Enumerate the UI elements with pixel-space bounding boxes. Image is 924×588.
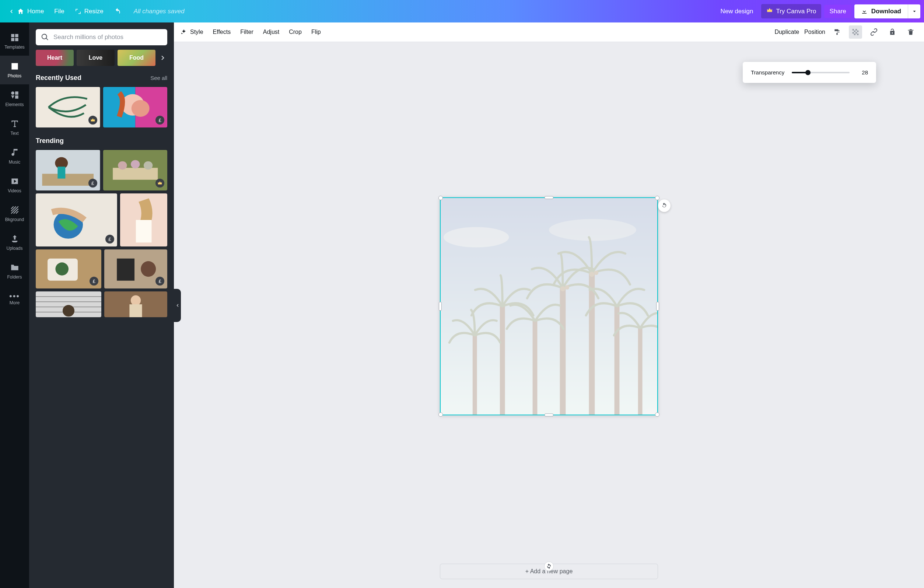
cb-paint-format[interactable] <box>830 25 844 39</box>
section-recent-title: Recently Used <box>36 74 81 82</box>
see-all-recent[interactable]: See all <box>150 75 167 81</box>
section-trending-title: Trending <box>36 137 64 145</box>
photo-thumb[interactable]: £ <box>104 249 167 289</box>
resize-button[interactable]: Resize <box>69 5 109 18</box>
rail-text[interactable]: Text <box>0 113 29 142</box>
file-menu[interactable]: File <box>49 5 69 18</box>
transparency-icon <box>852 28 859 36</box>
resize-handle-tr[interactable] <box>655 196 660 200</box>
resize-handle-r[interactable] <box>656 302 659 311</box>
svg-point-4 <box>131 100 149 117</box>
resize-handle-t[interactable] <box>544 196 553 199</box>
design-stage[interactable]: Transparency 28 <box>174 42 924 588</box>
cb-style[interactable]: Style <box>180 29 203 35</box>
rail-videos[interactable]: Videos <box>0 170 29 199</box>
thumb-image <box>36 193 117 246</box>
cb-effects[interactable]: Effects <box>213 29 231 35</box>
rail-more[interactable]: ••• More <box>0 286 29 314</box>
rotate-handle[interactable] <box>658 199 670 212</box>
resize-handle-bl[interactable] <box>439 412 443 417</box>
photo-search-input[interactable] <box>53 33 162 41</box>
cb-duplicate[interactable]: Duplicate <box>774 29 799 35</box>
share-button[interactable]: Share <box>824 5 851 18</box>
photo-thumb[interactable]: £ <box>36 193 117 246</box>
photo-thumb[interactable] <box>104 291 167 317</box>
download-menu-caret[interactable] <box>908 5 920 18</box>
cb-flip[interactable]: Flip <box>311 29 321 35</box>
transparency-value: 28 <box>857 69 868 76</box>
svg-rect-22 <box>117 259 134 281</box>
resize-icon <box>75 8 81 15</box>
cb-link[interactable] <box>867 25 881 39</box>
download-button[interactable]: Download <box>855 5 908 18</box>
text-icon <box>10 119 20 129</box>
resize-handle-br[interactable] <box>655 412 660 417</box>
photo-thumb[interactable]: £ <box>103 87 168 127</box>
svg-rect-40 <box>857 33 858 35</box>
svg-rect-32 <box>129 304 142 317</box>
page-cycle[interactable] <box>544 562 554 571</box>
photo-thumb[interactable] <box>36 87 100 127</box>
resize-handle-l[interactable] <box>439 302 442 311</box>
thumb-image <box>36 291 101 317</box>
svg-point-29 <box>63 305 74 317</box>
undo-button[interactable] <box>109 5 126 18</box>
photo-thumb[interactable]: £ <box>36 150 100 190</box>
category-next[interactable] <box>158 53 167 62</box>
rail-elements[interactable]: Elements <box>0 84 29 113</box>
design-page[interactable] <box>440 197 658 415</box>
lock-open-icon <box>889 28 896 36</box>
cb-adjust[interactable]: Adjust <box>263 29 279 35</box>
photos-panel: Heart Love Food Recently Used See all <box>29 23 174 588</box>
elements-icon <box>10 90 20 100</box>
svg-rect-38 <box>855 32 857 33</box>
videos-icon <box>10 177 20 186</box>
photo-thumb[interactable]: £ <box>36 249 101 289</box>
main: Templates Photos Elements Text Music Vid… <box>0 23 924 588</box>
svg-rect-39 <box>854 33 855 35</box>
search-icon <box>41 33 49 41</box>
rail-folders[interactable]: Folders <box>0 257 29 286</box>
home-button[interactable]: Home <box>4 5 49 18</box>
music-icon <box>10 148 20 157</box>
rail-photos[interactable]: Photos <box>0 56 29 84</box>
cb-filter[interactable]: Filter <box>240 29 254 35</box>
side-rail: Templates Photos Elements Text Music Vid… <box>0 23 29 588</box>
trash-icon <box>907 28 914 36</box>
rail-uploads[interactable]: Uploads <box>0 228 29 257</box>
svg-point-23 <box>141 261 156 277</box>
category-food[interactable]: Food <box>117 50 155 66</box>
cb-delete[interactable] <box>904 25 917 39</box>
rotate-icon <box>661 202 668 209</box>
svg-point-11 <box>118 161 127 170</box>
svg-point-12 <box>131 160 140 169</box>
transparency-slider[interactable] <box>792 72 850 73</box>
rail-templates[interactable]: Templates <box>0 27 29 56</box>
photo-thumb[interactable] <box>36 291 101 317</box>
sparkle-icon <box>180 29 187 35</box>
resize-handle-b[interactable] <box>544 413 553 416</box>
chevron-down-icon <box>912 9 917 14</box>
selection-outline <box>440 197 658 415</box>
cb-position[interactable]: Position <box>804 29 825 35</box>
cb-lock[interactable] <box>886 25 899 39</box>
try-pro-button[interactable]: Try Canva Pro <box>761 4 821 18</box>
photo-thumb[interactable] <box>120 193 167 246</box>
cb-crop[interactable]: Crop <box>289 29 302 35</box>
category-love[interactable]: Love <box>77 50 115 66</box>
new-design-button[interactable]: New design <box>716 5 759 18</box>
resize-handle-tl[interactable] <box>439 196 443 200</box>
photo-thumb[interactable] <box>103 150 168 190</box>
svg-point-20 <box>55 262 69 275</box>
svg-rect-10 <box>113 168 158 180</box>
rail-background[interactable]: Bkground <box>0 199 29 228</box>
category-heart[interactable]: Heart <box>36 50 74 66</box>
thumb-image <box>120 193 167 246</box>
cb-transparency[interactable] <box>849 25 862 39</box>
home-label: Home <box>27 8 44 15</box>
thumb-image <box>104 291 167 317</box>
svg-rect-6 <box>42 174 94 186</box>
rail-music[interactable]: Music <box>0 142 29 170</box>
background-icon <box>10 205 20 215</box>
photo-search[interactable] <box>36 29 167 45</box>
